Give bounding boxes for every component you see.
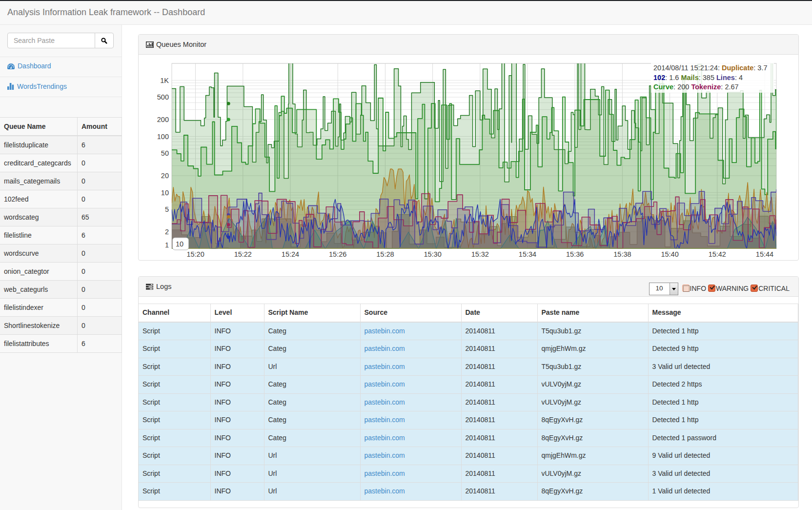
svg-text:15:28: 15:28 bbox=[376, 250, 394, 258]
svg-text:2014/08/11 15:21:24: Duplicate: 2014/08/11 15:21:24: Duplicate: 3.7 bbox=[653, 64, 768, 72]
svg-text:15:20: 15:20 bbox=[186, 250, 204, 258]
svg-text:10: 10 bbox=[161, 189, 169, 197]
svg-text:15:42: 15:42 bbox=[709, 250, 726, 258]
svg-text:15:26: 15:26 bbox=[329, 250, 346, 258]
svg-text:15:32: 15:32 bbox=[471, 250, 489, 258]
svg-text:Curve: 200 Tokenize: 2.67: Curve: 200 Tokenize: 2.67 bbox=[653, 83, 739, 91]
svg-text:50: 50 bbox=[161, 149, 169, 157]
svg-text:102: 1.6 Mails: 385 Lines: 4: 102: 1.6 Mails: 385 Lines: 4 bbox=[653, 74, 743, 82]
svg-text:1: 1 bbox=[165, 241, 169, 249]
svg-text:1K: 1K bbox=[160, 77, 169, 84]
svg-text:15:22: 15:22 bbox=[234, 250, 252, 258]
svg-text:100: 100 bbox=[157, 133, 169, 141]
svg-text:5: 5 bbox=[165, 205, 169, 213]
svg-text:2: 2 bbox=[165, 228, 169, 236]
svg-text:15:40: 15:40 bbox=[661, 250, 678, 258]
svg-text:10: 10 bbox=[176, 240, 183, 248]
svg-text:15:30: 15:30 bbox=[424, 250, 441, 258]
svg-text:15:36: 15:36 bbox=[566, 250, 584, 258]
svg-text:15:34: 15:34 bbox=[519, 250, 536, 258]
svg-text:500: 500 bbox=[157, 93, 169, 101]
svg-text:15:38: 15:38 bbox=[613, 250, 631, 258]
svg-text:200: 200 bbox=[157, 116, 169, 123]
svg-text:15:44: 15:44 bbox=[756, 250, 773, 258]
svg-text:20: 20 bbox=[161, 172, 169, 180]
svg-text:15:24: 15:24 bbox=[282, 250, 299, 258]
